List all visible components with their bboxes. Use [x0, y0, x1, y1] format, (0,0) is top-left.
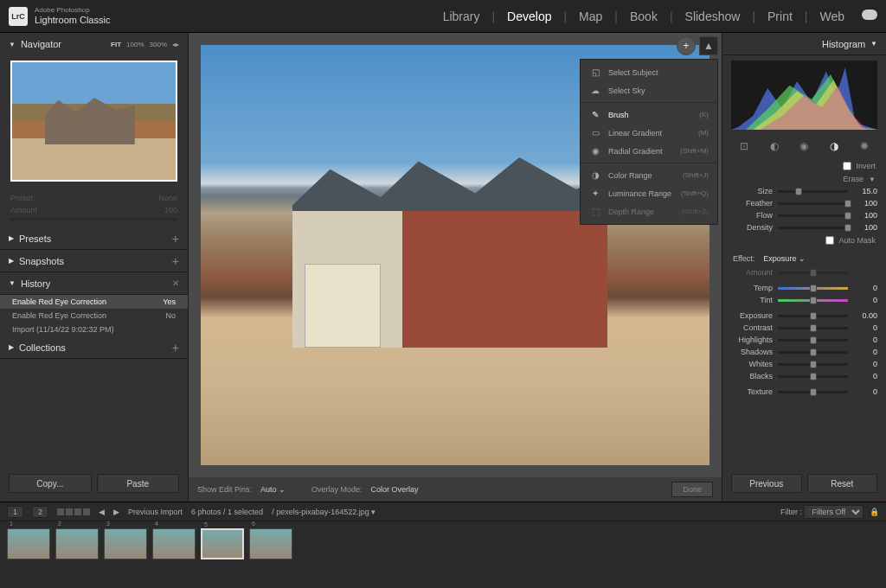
- zoom-300[interactable]: 300%: [150, 41, 167, 48]
- slider-tint[interactable]: Tint0: [722, 294, 886, 306]
- filter-dropdown[interactable]: Filters Off: [804, 505, 864, 519]
- effect-dropdown[interactable]: Exposure ⌄: [763, 254, 806, 263]
- filmstrip-thumb[interactable]: 3: [104, 528, 147, 559]
- erase-row[interactable]: Erase▼: [722, 173, 886, 185]
- heal-tool-icon[interactable]: ◐: [767, 140, 781, 154]
- radial-tool-icon[interactable]: ✺: [857, 140, 871, 154]
- histogram-header[interactable]: Histogram▼: [722, 33, 886, 55]
- photo-path[interactable]: / pexels-pixabay-164522.jpg ▾: [272, 508, 376, 516]
- snapshots-panel-header[interactable]: ▶Snapshots+: [0, 250, 188, 272]
- left-panel: ▼ Navigator FIT 100% 300% ◂▸ Preset:None…: [0, 33, 189, 502]
- slider-whites[interactable]: Whites0: [722, 358, 886, 370]
- tool-strip: ⊡ ◐ ◉ ◑ ✺: [722, 135, 886, 159]
- edit-pins-dropdown[interactable]: Auto ⌄: [260, 485, 286, 494]
- navigator-header[interactable]: ▼ Navigator FIT 100% 300% ◂▸: [0, 33, 188, 55]
- slider-shadows[interactable]: Shadows0: [722, 346, 886, 358]
- module-map[interactable]: Map: [579, 10, 602, 23]
- overlay-mode-dropdown[interactable]: Color Overlay: [371, 485, 419, 494]
- crop-tool-icon[interactable]: ⊡: [737, 140, 751, 154]
- navigator-thumbnail[interactable]: [10, 61, 177, 182]
- mask-triangle-icon[interactable]: ▲: [699, 36, 718, 55]
- filmstrip-thumb[interactable]: 4: [152, 528, 196, 559]
- page-2-button[interactable]: 2: [32, 506, 48, 518]
- history-item[interactable]: Import (11/14/22 9:02:32 PM): [0, 323, 188, 336]
- menu-luminance-range[interactable]: ✦Luminance Range(Shift+Q): [581, 184, 717, 202]
- module-develop[interactable]: Develop: [507, 10, 551, 23]
- right-panel: Histogram▼ ⊡ ◐ ◉ ◑ ✺ Invert Erase▼ Size1…: [722, 33, 886, 502]
- slider-exposure[interactable]: Exposure0.00: [722, 310, 886, 322]
- automask-checkbox[interactable]: [825, 236, 834, 245]
- zoom-fit[interactable]: FIT: [111, 41, 121, 48]
- menu-depth-range[interactable]: ⬚Depth Range(Shift+Z): [581, 202, 717, 220]
- filmstrip: 1 2 ◀ ▶ Previous Import 6 photos / 1 sel…: [0, 502, 886, 588]
- slider-contrast[interactable]: Contrast0: [722, 322, 886, 334]
- reset-button[interactable]: Reset: [807, 474, 878, 493]
- slider-amount[interactable]: Amount: [722, 266, 886, 278]
- paste-button[interactable]: Paste: [97, 474, 180, 493]
- module-picker: Library|Develop|Map|Book|Slideshow|Print…: [443, 10, 877, 23]
- menu-select-sky[interactable]: ☁Select Sky: [581, 81, 717, 99]
- preset-amount-block: Preset:None Amount100: [0, 187, 188, 227]
- previous-button[interactable]: Previous: [731, 474, 802, 493]
- presets-panel-header[interactable]: ▶Presets+: [0, 227, 188, 250]
- photo-count: 6 photos / 1 selected: [191, 508, 263, 516]
- menu-color-range[interactable]: ◑Color Range(Shift+J): [581, 166, 717, 184]
- histogram-chart[interactable]: [731, 61, 877, 130]
- history-item[interactable]: Enable Red Eye CorrectionYes: [0, 295, 188, 309]
- filmstrip-thumb[interactable]: 5: [201, 528, 244, 559]
- module-web[interactable]: Web: [819, 10, 844, 23]
- slider-highlights[interactable]: Highlights0: [722, 334, 886, 346]
- view-grid-icon[interactable]: [57, 508, 90, 515]
- source-label[interactable]: Previous Import: [128, 508, 183, 516]
- filmstrip-thumb[interactable]: 6: [249, 528, 292, 559]
- zoom-100[interactable]: 100%: [126, 41, 144, 48]
- zoom-more-icon[interactable]: ◂▸: [172, 41, 179, 48]
- menu-linear-gradient[interactable]: ▭Linear Gradient(M): [581, 124, 717, 142]
- done-button[interactable]: Done: [671, 482, 713, 497]
- menu-brush[interactable]: ✎Brush(K): [581, 105, 717, 124]
- mask-tool-menu: ◱Select Subject☁Select Sky✎Brush(K)▭Line…: [580, 59, 718, 225]
- nav-back-icon[interactable]: ◀: [99, 508, 105, 516]
- menu-radial-gradient[interactable]: ◉Radial Gradient(Shift+M): [581, 142, 717, 160]
- slider-feather[interactable]: Feather100: [722, 197, 886, 209]
- nav-fwd-icon[interactable]: ▶: [113, 508, 119, 516]
- slider-texture[interactable]: Texture0: [722, 386, 886, 398]
- center-area: + ▲ ◱Select Subject☁Select Sky✎Brush(K)▭…: [189, 33, 722, 502]
- page-1-button[interactable]: 1: [7, 506, 23, 518]
- history-item[interactable]: Enable Red Eye CorrectionNo: [0, 309, 188, 323]
- slider-density[interactable]: Density100: [722, 221, 886, 233]
- invert-checkbox[interactable]: [843, 162, 851, 170]
- redeye-tool-icon[interactable]: ◉: [797, 140, 811, 154]
- app-logo: LrC: [9, 7, 28, 26]
- copy-button[interactable]: Copy...: [9, 474, 92, 493]
- cloud-sync-icon[interactable]: [862, 10, 877, 20]
- history-panel-header[interactable]: ▼History✕: [0, 272, 188, 295]
- filmstrip-thumb[interactable]: 2: [55, 528, 99, 559]
- collections-panel-header[interactable]: ▶Collections+: [0, 336, 188, 359]
- filmstrip-thumb[interactable]: 1: [7, 528, 50, 559]
- app-brand: Adobe Photoshop Lightroom Classic: [35, 7, 110, 25]
- slider-size[interactable]: Size15.0: [722, 185, 886, 197]
- module-slideshow[interactable]: Slideshow: [685, 10, 741, 23]
- title-bar: LrC Adobe Photoshop Lightroom Classic Li…: [0, 0, 886, 33]
- canvas-toolbar: Show Edit Pins: Auto ⌄ Overlay Mode: Col…: [189, 477, 722, 502]
- module-print[interactable]: Print: [767, 10, 793, 23]
- menu-select-subject[interactable]: ◱Select Subject: [581, 63, 717, 81]
- slider-temp[interactable]: Temp0: [722, 282, 886, 294]
- slider-blacks[interactable]: Blacks0: [722, 370, 886, 382]
- slider-flow[interactable]: Flow100: [722, 209, 886, 221]
- module-book[interactable]: Book: [630, 10, 658, 23]
- mask-tool-icon[interactable]: ◑: [827, 140, 841, 154]
- add-mask-button[interactable]: +: [677, 36, 696, 55]
- filter-lock-icon[interactable]: 🔒: [870, 508, 879, 516]
- history-list: Enable Red Eye CorrectionYesEnable Red E…: [0, 295, 188, 336]
- module-library[interactable]: Library: [443, 10, 480, 23]
